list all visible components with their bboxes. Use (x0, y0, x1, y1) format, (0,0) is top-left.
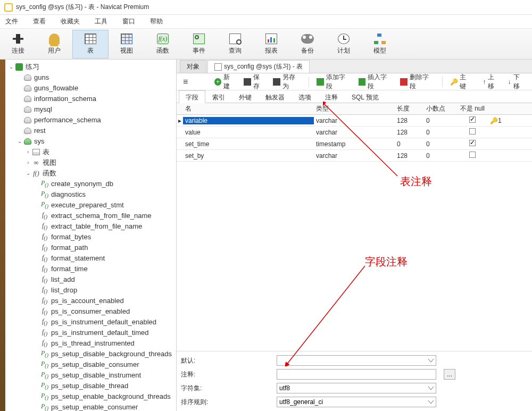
move-down-button[interactable]: ↓下移 (506, 72, 528, 92)
charset-select[interactable]: utf8 (277, 383, 436, 393)
toolbar-查询[interactable]: 查询 (217, 30, 253, 58)
field-key-cell[interactable]: 🔑1 (488, 117, 509, 124)
tree-node-ps_is_consumer_enabled[interactable]: f()ps_is_consumer_enabled (5, 306, 176, 317)
tree-node-diagnostics[interactable]: P()diagnostics (5, 189, 176, 200)
tab-objects[interactable]: 对象 (180, 60, 206, 73)
expander-icon[interactable]: › (24, 147, 32, 157)
menu-help[interactable]: 帮助 (150, 17, 163, 26)
tree-node-format_path[interactable]: f()format_path (5, 242, 176, 253)
subtab-注释[interactable]: 注释 (318, 90, 345, 103)
checkbox-icon[interactable] (469, 116, 476, 123)
field-dec-cell[interactable]: 0 (424, 129, 457, 136)
save-button[interactable]: 保存 (242, 72, 268, 92)
tree-node-extract_schema_from_file_name[interactable]: f()extract_schema_from_file_name (5, 211, 176, 221)
toolbar-函数[interactable]: f(x)函数 (145, 30, 181, 58)
field-name-cell[interactable]: set_by (183, 152, 314, 160)
checkbox-icon[interactable] (469, 128, 476, 135)
default-select[interactable] (277, 355, 436, 366)
field-len-cell[interactable]: 128 (395, 152, 424, 160)
new-button[interactable]: +新建 (212, 72, 238, 92)
tree-node-视图[interactable]: ›∞视图 (5, 157, 176, 168)
subtab-SQL 预览[interactable]: SQL 预览 (345, 90, 386, 103)
tree-node-函数[interactable]: ⌄f()函数 (5, 168, 176, 179)
field-notnull-cell[interactable] (457, 152, 488, 160)
checkbox-icon[interactable] (469, 152, 476, 158)
tree-node-sys[interactable]: ⌄sys (5, 136, 176, 147)
collation-select[interactable]: utf8_general_ci (277, 397, 436, 407)
tree-node-ps_setup_disable_thread[interactable]: P()ps_setup_disable_thread (5, 381, 176, 391)
field-grid[interactable]: 名 类型 长度 小数点 不是 null ▸variablevarchar1280… (177, 103, 532, 351)
tree-node-list_add[interactable]: f()list_add (5, 274, 176, 285)
toolbar-表[interactable]: 表 (72, 30, 109, 58)
subtab-触发器[interactable]: 触发器 (259, 90, 292, 103)
expander-icon[interactable]: ⌄ (7, 62, 15, 72)
subtab-字段[interactable]: 字段 (179, 90, 205, 103)
tree-node-guns_flowable[interactable]: guns_flowable (5, 83, 176, 94)
col-dec[interactable]: 小数点 (424, 104, 457, 113)
field-dec-cell[interactable]: 0 (424, 117, 457, 124)
tree-node-execute_prepared_stmt[interactable]: P()execute_prepared_stmt (5, 200, 176, 211)
field-name-cell[interactable]: set_time (183, 140, 314, 148)
expander-icon[interactable]: ⌄ (24, 168, 32, 179)
field-type-cell[interactable]: varchar (314, 129, 395, 136)
field-len-cell[interactable]: 128 (395, 129, 424, 136)
move-up-button[interactable]: ↑上移 (480, 72, 502, 92)
tree-node-ps_setup_enable_background_threads[interactable]: P()ps_setup_enable_background_threads (5, 391, 176, 402)
menu-view[interactable]: 查看 (33, 17, 46, 26)
grid-row[interactable]: set_timetimestamp00 (177, 138, 532, 150)
menu-window[interactable]: 窗口 (122, 17, 135, 26)
grid-row[interactable]: ▸variablevarchar1280🔑1 (177, 115, 532, 127)
tree-node-rest[interactable]: rest (5, 125, 176, 136)
field-type-cell[interactable]: varchar (314, 152, 395, 160)
tree-node-create_synonym_db[interactable]: P()create_synonym_db (5, 179, 176, 189)
col-len[interactable]: 长度 (395, 104, 424, 113)
tree-node-guns[interactable]: guns (5, 72, 176, 83)
menu-file[interactable]: 文件 (5, 17, 18, 26)
toolbar-用户[interactable]: 用户 (36, 30, 72, 58)
grid-row[interactable]: set_byvarchar1280 (177, 150, 532, 162)
menu-fav[interactable]: 收藏夹 (61, 17, 80, 26)
field-len-cell[interactable]: 128 (395, 117, 424, 124)
field-dec-cell[interactable]: 0 (424, 140, 457, 148)
subtab-外键[interactable]: 外键 (232, 90, 259, 103)
field-name-cell[interactable]: variable (183, 117, 314, 124)
comment-input[interactable] (277, 369, 436, 380)
toolbar-报表[interactable]: 报表 (253, 30, 289, 58)
field-dec-cell[interactable]: 0 (424, 152, 457, 160)
col-type[interactable]: 类型 (314, 104, 395, 113)
tree-node-list_drop[interactable]: f()list_drop (5, 285, 176, 296)
field-len-cell[interactable]: 0 (395, 140, 424, 148)
field-type-cell[interactable]: timestamp (314, 140, 395, 148)
tree-node-format_bytes[interactable]: f()format_bytes (5, 232, 176, 242)
toolbar-备份[interactable]: 备份 (289, 30, 326, 58)
field-notnull-cell[interactable] (457, 116, 488, 124)
subtab-索引[interactable]: 索引 (205, 90, 232, 103)
toolbar-计划[interactable]: 计划 (326, 30, 362, 58)
tree-node-表[interactable]: ›表 (5, 147, 176, 157)
menu-button[interactable]: ≡ (181, 76, 190, 88)
field-name-cell[interactable]: value (183, 129, 314, 136)
field-type-cell[interactable]: varchar (314, 117, 395, 124)
tree-node-format_time[interactable]: f()format_time (5, 264, 176, 274)
tree-node-performance_schema[interactable]: performance_schema (5, 115, 176, 125)
tree-node-ps_is_account_enabled[interactable]: f()ps_is_account_enabled (5, 296, 176, 306)
grid-row[interactable]: valuevarchar1280 (177, 127, 532, 138)
menu-tools[interactable]: 工具 (95, 17, 107, 26)
checkbox-icon[interactable] (469, 140, 476, 146)
col-name[interactable]: 名 (183, 104, 314, 113)
insert-field-button[interactable]: 插入字段 (356, 72, 395, 92)
tab-sysconfig[interactable]: sys_config @sys (练习) - 表 (207, 60, 310, 73)
tree-node-mysql[interactable]: mysql (5, 104, 176, 115)
tree-node-information_schema[interactable]: information_schema (5, 94, 176, 104)
tree-node-练习[interactable]: ⌄练习 (5, 62, 176, 72)
col-null[interactable]: 不是 null (457, 104, 488, 113)
toolbar-事件[interactable]: 事件 (181, 30, 217, 58)
saveas-button[interactable]: 另存为 (271, 72, 303, 92)
tree-node-format_statement[interactable]: f()format_statement (5, 253, 176, 264)
tree-node-ps_setup_disable_consumer[interactable]: P()ps_setup_disable_consumer (5, 359, 176, 370)
tree-node-ps_setup_enable_consumer[interactable]: P()ps_setup_enable_consumer (5, 402, 176, 411)
tree-node-ps_setup_disable_instrument[interactable]: P()ps_setup_disable_instrument (5, 370, 176, 381)
tree-node-ps_is_thread_instrumented[interactable]: f()ps_is_thread_instrumented (5, 338, 176, 349)
toolbar-连接[interactable]: 连接 (0, 30, 36, 58)
field-notnull-cell[interactable] (457, 140, 488, 148)
